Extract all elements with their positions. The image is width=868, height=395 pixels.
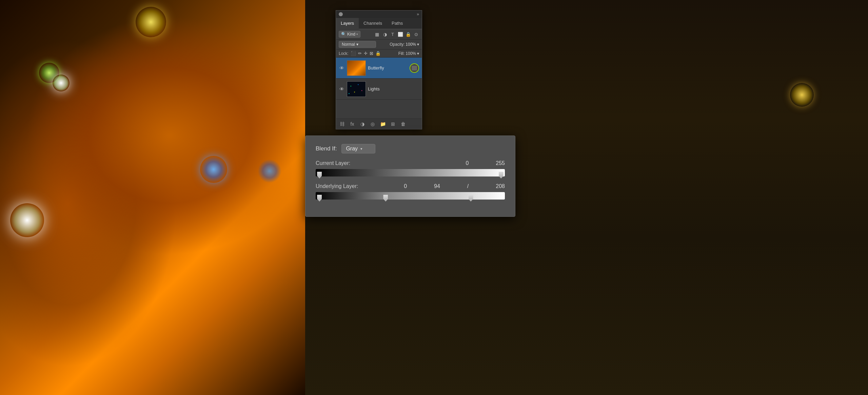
blend-if-value: Gray — [346, 146, 358, 152]
current-layer-handle-left[interactable] — [317, 172, 322, 179]
layer-name-lights: Lights — [368, 86, 419, 91]
underlying-layer-right-value: 208 — [496, 183, 505, 189]
butterfly-image — [0, 0, 305, 395]
lock-brush-icon[interactable]: ✏ — [358, 51, 362, 56]
tab-channels[interactable]: Channels — [359, 18, 387, 29]
blend-if-label: Blend If: — [316, 145, 337, 152]
lock-all-icon[interactable]: 🔒 — [375, 51, 381, 56]
kind-dropdown[interactable]: 🔍 Kind ▾ — [339, 31, 360, 38]
underlying-handle-mid[interactable] — [383, 195, 388, 202]
lock-artboard-icon[interactable]: ⊠ — [370, 51, 373, 56]
current-layer-label: Current Layer: — [316, 160, 350, 166]
opacity-arrow: ▾ — [417, 42, 419, 47]
underlying-handle-left[interactable] — [317, 195, 322, 202]
fill-value[interactable]: 100% — [406, 51, 416, 56]
more-filter-icon[interactable]: ⊙ — [413, 31, 419, 37]
underlying-handle-right[interactable] — [469, 195, 473, 202]
current-layer-values: 0 255 — [466, 160, 505, 166]
filter-toolbar: 🔍 Kind ▾ ▦ ◑ T ⬜ 🔒 ⊙ — [336, 29, 422, 40]
layer-badge-inner — [412, 66, 417, 70]
fill-row: Fill: 100% ▾ — [398, 51, 419, 56]
link-layers-icon[interactable]: ⛓ — [339, 121, 346, 127]
new-layer-icon[interactable]: ⊞ — [390, 121, 396, 127]
underlying-layer-slash: / — [467, 183, 469, 189]
underlying-layer-section: Underlying Layer: 0 94 / 208 — [316, 183, 505, 200]
tab-paths[interactable]: Paths — [387, 18, 408, 29]
blend-mode-value: Normal — [342, 42, 355, 47]
layer-name-butterfly: Butterfly — [368, 65, 408, 70]
delete-layer-icon[interactable]: 🗑 — [400, 121, 407, 127]
opacity-value[interactable]: 100% — [406, 42, 416, 47]
current-layer-left-value: 0 — [466, 160, 469, 166]
layers-list: 👁 Butterfly 👁 Lights — [336, 58, 422, 119]
layer-visibility-butterfly[interactable]: 👁 — [339, 65, 345, 71]
underlying-layer-mid-value: 94 — [434, 183, 440, 189]
layer-thumbnail-lights — [347, 81, 366, 97]
panel-close-button[interactable] — [339, 12, 343, 16]
underlying-layer-label: Underlying Layer: — [316, 183, 358, 189]
blend-mode-arrow: ▾ — [356, 42, 358, 47]
current-layer-section: Current Layer: 0 255 — [316, 160, 505, 176]
lens-flare-yellow-right — [790, 83, 814, 107]
blend-if-row: Blend If: Gray ▾ — [316, 144, 505, 153]
kind-arrow: ▾ — [356, 33, 358, 36]
fx-icon[interactable]: fx — [349, 121, 356, 127]
kind-label: Kind — [347, 32, 355, 37]
group-icon[interactable]: ◎ — [369, 121, 376, 127]
blend-mode-dropdown[interactable]: Normal ▾ — [339, 41, 376, 48]
opacity-row: Opacity: 100% ▾ — [390, 42, 419, 47]
canvas-area — [0, 0, 305, 395]
lock-pixels-icon[interactable]: ⬛ — [351, 51, 356, 56]
opacity-label: Opacity: — [390, 42, 405, 47]
shape-filter-icon[interactable]: ⬜ — [397, 31, 403, 37]
panel-titlebar: » — [336, 11, 422, 18]
text-filter-icon[interactable]: T — [390, 31, 396, 37]
panel-bottom-bar: ⛓ fx ◑ ◎ 📁 ⊞ 🗑 — [336, 119, 422, 129]
adjustment-icon[interactable]: ◑ — [359, 121, 366, 127]
layer-thumbnail-butterfly — [347, 60, 366, 76]
layer-visibility-lights[interactable]: 👁 — [339, 86, 345, 92]
blend-if-arrow: ▾ — [360, 147, 362, 151]
current-layer-slider[interactable] — [316, 169, 505, 176]
layer-item-lights[interactable]: 👁 Lights — [336, 79, 422, 100]
current-layer-header: Current Layer: 0 255 — [316, 160, 505, 166]
toolbar-icons: ▦ ◑ T ⬜ 🔒 ⊙ — [374, 31, 419, 37]
layer-item-butterfly[interactable]: 👁 Butterfly — [336, 58, 422, 79]
blend-if-dropdown[interactable]: Gray ▾ — [341, 144, 375, 153]
layers-panel: » Layers Channels Paths 🔍 Kind ▾ ▦ ◑ T ⬜… — [336, 10, 422, 129]
panel-tabs: Layers Channels Paths — [336, 18, 422, 29]
lock-label: Lock: — [339, 51, 349, 56]
fill-label: Fill: — [398, 51, 405, 56]
underlying-layer-header: Underlying Layer: 0 94 / 208 — [316, 183, 505, 189]
current-layer-right-value: 255 — [496, 160, 505, 166]
folder-icon[interactable]: 📁 — [379, 121, 386, 127]
tab-layers[interactable]: Layers — [336, 18, 359, 29]
underlying-layer-left-value: 0 — [404, 183, 407, 189]
panel-collapse-button[interactable]: » — [417, 12, 419, 17]
underlying-layer-slider[interactable] — [316, 192, 505, 200]
adjustment-filter-icon[interactable]: ◑ — [382, 31, 388, 37]
layer-badge-butterfly — [410, 63, 419, 73]
pixel-filter-icon[interactable]: ▦ — [374, 31, 380, 37]
lock-fill-row: Lock: ⬛ ✏ ✛ ⊠ 🔒 Fill: 100% ▾ — [336, 49, 422, 58]
fill-arrow: ▾ — [417, 51, 419, 56]
search-icon: 🔍 — [341, 32, 346, 37]
current-layer-gradient — [316, 169, 505, 176]
current-layer-handle-right[interactable] — [499, 172, 504, 179]
lock-move-icon[interactable]: ✛ — [364, 51, 368, 56]
underlying-layer-gradient — [316, 192, 505, 200]
blend-if-panel: Blend If: Gray ▾ Current Layer: 0 255 Un… — [305, 136, 515, 217]
underlying-layer-values: 0 94 / 208 — [404, 183, 505, 189]
smart-filter-icon[interactable]: 🔒 — [405, 31, 411, 37]
blend-opacity-row: Normal ▾ Opacity: 100% ▾ — [336, 40, 422, 49]
